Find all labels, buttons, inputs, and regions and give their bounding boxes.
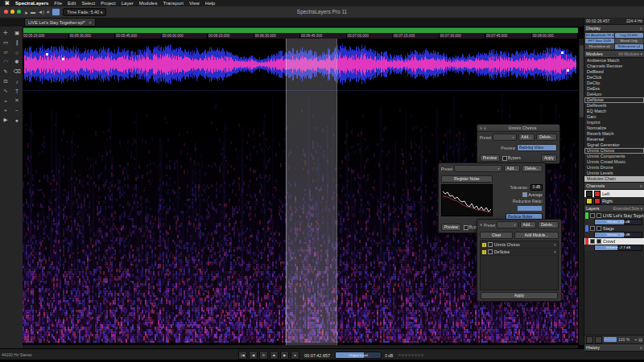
channels-panel-header[interactable]: Channels ≡: [584, 182, 644, 190]
output-level-slider[interactable]: Output Level: [335, 352, 382, 359]
layer-row[interactable]: Crowd: [584, 238, 644, 245]
apply-chain-button[interactable]: Apply: [481, 292, 558, 299]
panel-menu-icon[interactable]: ≡: [640, 26, 642, 31]
module-item[interactable]: Unmix Drums: [584, 165, 644, 171]
menu-item[interactable]: SpectraLayers: [15, 0, 48, 6]
chain-enable-checkbox[interactable]: [488, 249, 493, 254]
lasso-selection-tool-icon[interactable]: ◠: [0, 58, 11, 66]
stop-button[interactable]: ■: [270, 351, 279, 360]
layer-visibility-checkbox[interactable]: [590, 226, 595, 231]
record-tool-icon[interactable]: ●: [11, 116, 23, 124]
module-item[interactable]: DeBleed: [584, 69, 644, 75]
module-item[interactable]: Imprint: [584, 120, 644, 125]
time-selection-tool-icon[interactable]: ▭: [0, 39, 11, 47]
chain-module-item[interactable]: 1 Unmix Chorus ≡: [481, 241, 558, 249]
bypass-checkbox[interactable]: Bypass: [502, 156, 521, 161]
preview-mode-dropdown[interactable]: Backing Voice▾: [517, 144, 557, 151]
eraser-tool-icon[interactable]: ⌫: [11, 68, 23, 76]
text-tool-icon[interactable]: T: [11, 87, 23, 95]
project-tab[interactable]: LIVE Let's Stay Together.spl* ✕: [24, 18, 96, 27]
frame-tool-icon[interactable]: ▣: [11, 29, 23, 37]
rectangle-selection-tool-icon[interactable]: ▱: [0, 48, 11, 56]
go-to-start-button[interactable]: |◀: [238, 351, 247, 360]
panel-menu-icon[interactable]: ≡: [640, 345, 642, 350]
module-item[interactable]: DeNoise: [584, 97, 644, 103]
add-layer-icon[interactable]: +: [634, 337, 637, 342]
module-item[interactable]: DeHum: [584, 92, 644, 97]
module-item[interactable]: Normalize: [584, 125, 644, 131]
module-item[interactable]: DeReverb: [584, 103, 644, 109]
brush-tool-icon[interactable]: ✎: [0, 68, 11, 76]
menu-item[interactable]: Select: [81, 0, 95, 6]
module-item[interactable]: Signal Generator: [584, 142, 644, 148]
channel-row[interactable]: Right: [584, 197, 644, 204]
preset-dropdown[interactable]: ▾: [454, 165, 502, 172]
magic-wand-tool-icon[interactable]: ✱: [11, 58, 23, 66]
display-option-chip[interactable]: 4th Amplitude 99 dB: [585, 33, 614, 38]
layer-volume-slider[interactable]: Volume: -7.7 dB: [594, 245, 642, 251]
layer-size-slider[interactable]: [604, 337, 617, 342]
rewind-button[interactable]: ◀: [249, 351, 258, 360]
drag-handle-icon[interactable]: ≡: [554, 250, 556, 254]
menu-item[interactable]: Modules: [139, 0, 158, 6]
module-item[interactable]: Unmix Components: [584, 154, 644, 159]
menu-item[interactable]: Project: [101, 0, 116, 6]
menu-item[interactable]: File: [54, 0, 62, 6]
menu-item[interactable]: Transport: [163, 0, 183, 6]
menu-item[interactable]: Layer: [122, 0, 134, 6]
module-item[interactable]: Channels Remixer: [584, 64, 644, 69]
preset-add-button[interactable]: Add...: [504, 165, 521, 172]
layer-solo-checkbox[interactable]: [597, 226, 601, 231]
loop-button[interactable]: ↻: [259, 351, 268, 360]
module-item[interactable]: Reverb Match: [584, 131, 644, 137]
display-option-chip[interactable]: Resolution x4: [585, 44, 614, 49]
display-option-chip[interactable]: Mixed Only: [615, 39, 644, 43]
record-button[interactable]: ●: [291, 351, 299, 360]
tolerance-field[interactable]: 3 dB: [530, 184, 543, 191]
display-option-chip[interactable]: Log 24 kHz: [615, 33, 644, 38]
module-item[interactable]: DeEss: [584, 86, 644, 92]
layer-volume-slider[interactable]: Volume: 0.0 dB: [594, 232, 642, 238]
clear-chain-button[interactable]: Clear: [480, 232, 513, 239]
module-item[interactable]: Unmix Levels: [584, 171, 644, 176]
reduction-ratio-slider[interactable]: [517, 205, 543, 212]
play-button[interactable]: ▶: [280, 351, 289, 360]
module-item[interactable]: EQ Match: [584, 109, 644, 114]
dialog-minimize-icon[interactable]: [484, 127, 486, 130]
preset-delete-button[interactable]: Delete...: [536, 134, 557, 141]
panel-menu-icon[interactable]: ≡: [640, 183, 642, 188]
module-item[interactable]: Reversal: [584, 137, 644, 142]
menu-item[interactable]: View: [189, 0, 200, 6]
transform-tool-icon[interactable]: ✛: [0, 29, 11, 37]
modules-filter-dropdown[interactable]: All Modules ▾: [618, 51, 642, 56]
layer-row[interactable]: LIVE Let's Stay Together: [584, 212, 644, 219]
display-panel-header[interactable]: Display ≡: [584, 24, 644, 32]
layers-size-dropdown[interactable]: Extended Size ▾: [613, 206, 642, 211]
module-item[interactable]: Unmix Chorus: [584, 148, 644, 154]
layers-panel-header[interactable]: Layers Extended Size ▾: [584, 204, 644, 212]
drag-handle-icon[interactable]: ≡: [554, 243, 556, 247]
layer-solo-checkbox[interactable]: [597, 213, 601, 218]
dialog-close-icon[interactable]: [480, 127, 482, 130]
cut-tool-icon[interactable]: ✕: [11, 97, 23, 105]
add-module-button[interactable]: Add Module...: [514, 232, 559, 239]
harmonic-tool-icon[interactable]: ♪: [11, 77, 23, 85]
frequency-pencil-tool-icon[interactable]: ∿: [0, 87, 11, 95]
zoom-in-tool-icon[interactable]: +: [0, 106, 11, 114]
unmix-chorus-title-bar[interactable]: Unmix Chorus: [477, 125, 559, 132]
preview-button[interactable]: Preview: [480, 154, 500, 162]
module-item[interactable]: DeClick: [584, 75, 644, 80]
time-ruler[interactable]: 00:05:15.00000:05:30.00000:05:45.00000:0…: [23, 33, 578, 39]
smooth-tool-icon[interactable]: ≈: [0, 97, 11, 105]
channel-row[interactable]: Left: [584, 190, 644, 197]
chain-enable-checkbox[interactable]: [488, 242, 493, 247]
group-layer-icon[interactable]: ▤: [638, 337, 642, 342]
frequency-selection-tool-icon[interactable]: ∥: [11, 39, 23, 47]
preview-button[interactable]: Preview: [441, 224, 461, 231]
preset-delete-button[interactable]: Delete...: [538, 221, 559, 228]
module-item[interactable]: Modules Chain: [584, 176, 644, 182]
time-selection-region[interactable]: [286, 39, 337, 345]
layer-option-button[interactable]: [586, 336, 593, 343]
preset-delete-button[interactable]: Delete...: [522, 165, 543, 172]
preset-dropdown[interactable]: ▾: [493, 134, 516, 141]
